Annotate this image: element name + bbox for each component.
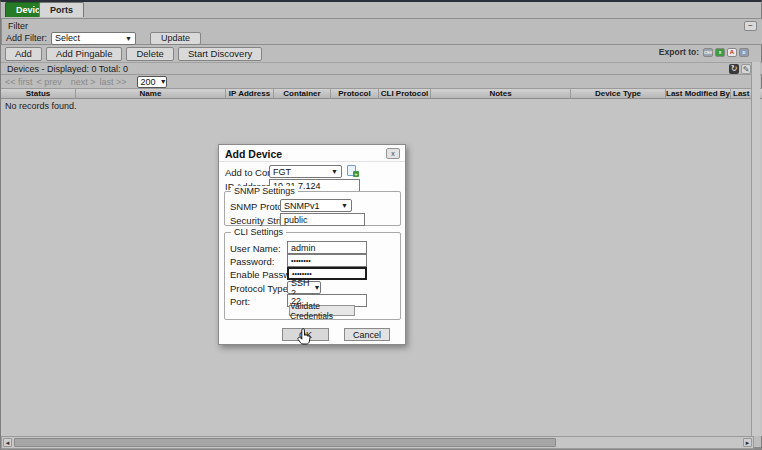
add-filter-label: Add Filter: bbox=[6, 33, 47, 43]
start-discovery-button[interactable]: Start Discovery bbox=[178, 47, 262, 61]
collapse-filter-button[interactable]: − bbox=[744, 21, 757, 31]
tab-bar: Devices Ports bbox=[1, 2, 761, 18]
column-header-ip[interactable]: IP Address bbox=[226, 89, 274, 98]
add-pingable-button[interactable]: Add Pingable bbox=[46, 47, 123, 61]
table-header: Status Name IP Address Container Protoco… bbox=[1, 89, 762, 99]
page-size-value: 200 bbox=[141, 77, 156, 87]
filter-controls: Add Filter: Select ▼ Update bbox=[6, 31, 201, 45]
edit-columns-icon[interactable]: ✎ bbox=[741, 64, 751, 74]
pdf-export-icon[interactable]: A bbox=[727, 48, 737, 57]
container-select-value: FGT bbox=[273, 167, 291, 177]
summary-bar: Devices - Displayed: 0 Total: 0 ↻ ✎ bbox=[1, 62, 762, 75]
chevron-down-icon: ▼ bbox=[125, 35, 132, 42]
column-header-notes[interactable]: Notes bbox=[431, 89, 571, 98]
chevron-down-icon: ▼ bbox=[314, 284, 321, 291]
snmp-settings-legend: SNMP Settings bbox=[231, 186, 298, 196]
pagination-last[interactable]: last >> bbox=[100, 77, 127, 87]
password-input[interactable] bbox=[287, 254, 367, 267]
port-label: Port: bbox=[230, 296, 250, 307]
delete-button[interactable]: Delete bbox=[126, 47, 173, 61]
column-header-cli-protocol[interactable]: CLI Protocol bbox=[379, 89, 431, 98]
container-select[interactable]: FGT ▼ bbox=[269, 165, 342, 178]
page-size-select[interactable]: 200 ▼ bbox=[137, 76, 167, 88]
pagination-prev[interactable]: < prev bbox=[37, 77, 62, 87]
pagination-first[interactable]: << first bbox=[5, 77, 33, 87]
user-name-label: User Name: bbox=[230, 243, 281, 254]
toolbar: Add Add Pingable Delete Start Discovery … bbox=[1, 45, 762, 62]
update-button[interactable]: Update bbox=[150, 32, 201, 45]
user-name-input[interactable] bbox=[287, 241, 367, 254]
chevron-down-icon: ▼ bbox=[341, 202, 348, 209]
devices-summary: Devices - Displayed: 0 Total: 0 bbox=[7, 64, 128, 74]
password-label: Password: bbox=[230, 256, 274, 267]
cancel-button[interactable]: Cancel bbox=[344, 328, 390, 341]
add-container-icon[interactable]: + bbox=[346, 165, 359, 177]
minus-icon: − bbox=[748, 21, 753, 30]
column-header-name[interactable]: Name bbox=[76, 89, 226, 98]
csv-export-icon[interactable]: CSV bbox=[703, 48, 713, 57]
snmp-protocol-value: SNMPv1 bbox=[284, 201, 320, 211]
dialog-title: Add Device bbox=[225, 148, 282, 160]
scroll-left-arrow-icon[interactable]: ◄ bbox=[3, 438, 12, 447]
dialog-separator bbox=[219, 161, 405, 162]
chevron-down-icon: ▼ bbox=[331, 168, 338, 175]
doc-export-icon[interactable]: D bbox=[739, 48, 749, 57]
add-button[interactable]: Add bbox=[5, 47, 42, 61]
filter-select-value: Select bbox=[55, 33, 80, 43]
horizontal-scrollbar-thumb[interactable] bbox=[14, 438, 556, 447]
scroll-right-arrow-icon[interactable]: ► bbox=[743, 438, 752, 447]
column-header-container[interactable]: Container bbox=[274, 89, 331, 98]
empty-message: No records found. bbox=[5, 101, 77, 111]
filter-panel: Filter − Add Filter: Select ▼ Update bbox=[1, 18, 762, 45]
column-header-device-type[interactable]: Device Type bbox=[571, 89, 666, 98]
ok-button[interactable]: OK bbox=[282, 328, 329, 341]
horizontal-scrollbar[interactable]: ◄ ► bbox=[1, 436, 754, 449]
cli-settings-legend: CLI Settings bbox=[231, 227, 286, 237]
dialog-close-button[interactable]: x bbox=[386, 148, 400, 159]
vertical-scrollbar-track[interactable] bbox=[751, 62, 760, 436]
protocol-type-select[interactable]: SSH 2 ▼ bbox=[287, 281, 321, 294]
tab-ports[interactable]: Ports bbox=[39, 2, 84, 17]
snmp-protocol-select[interactable]: SNMPv1 ▼ bbox=[280, 199, 352, 212]
column-header-protocol[interactable]: Protocol bbox=[331, 89, 379, 98]
app-window: Devices Ports Filter − Add Filter: Selec… bbox=[0, 0, 762, 450]
export-group: Export to: CSV X A D bbox=[659, 47, 749, 57]
refresh-icon[interactable]: ↻ bbox=[729, 64, 739, 74]
validate-credentials-button[interactable]: Validate Credentials bbox=[289, 305, 355, 316]
pagination-bar: << first < prev next > last >> 200 ▼ bbox=[1, 75, 762, 89]
protocol-type-label: Protocol Type: bbox=[230, 283, 291, 294]
export-label: Export to: bbox=[659, 47, 699, 57]
xls-export-icon[interactable]: X bbox=[715, 48, 725, 57]
filter-select[interactable]: Select ▼ bbox=[51, 32, 136, 45]
pagination-next[interactable]: next > bbox=[71, 77, 96, 87]
column-header-status[interactable]: Status bbox=[1, 89, 76, 98]
chevron-down-icon: ▼ bbox=[160, 78, 167, 85]
close-icon: x bbox=[391, 150, 395, 157]
add-device-dialog: Add Device x Add to Container: FGT ▼ + I… bbox=[218, 144, 406, 345]
filter-title: Filter bbox=[8, 21, 28, 31]
security-string-input[interactable] bbox=[280, 213, 365, 226]
column-header-last-modified-by[interactable]: Last Modified By bbox=[666, 89, 731, 98]
